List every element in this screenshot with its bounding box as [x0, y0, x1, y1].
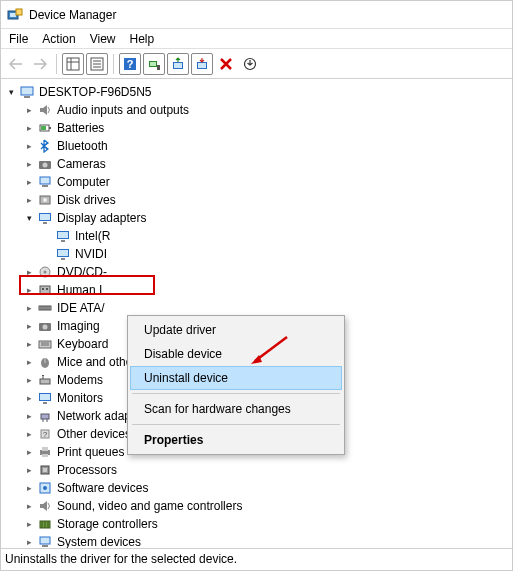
system-icon: [37, 534, 53, 549]
svg-point-41: [44, 271, 47, 274]
update-driver-button[interactable]: [167, 53, 189, 75]
tree-item-software[interactable]: ▸Software devices: [23, 479, 512, 497]
tree-root-node[interactable]: ▾ DESKTOP-F96D5N5: [5, 83, 512, 101]
svg-rect-35: [58, 232, 68, 238]
chevron-right-icon[interactable]: ▸: [23, 464, 35, 476]
chevron-right-icon[interactable]: ▸: [23, 158, 35, 170]
menu-view[interactable]: View: [86, 30, 126, 48]
uninstall-device-button[interactable]: [215, 53, 237, 75]
menu-action[interactable]: Action: [38, 30, 85, 48]
chevron-right-icon[interactable]: ▸: [23, 374, 35, 386]
svg-rect-39: [61, 258, 65, 260]
svg-rect-24: [41, 126, 46, 130]
chevron-right-icon[interactable]: ▸: [23, 266, 35, 278]
context-menu: Update driver Disable device Uninstall d…: [127, 315, 345, 455]
ide-icon: [37, 300, 53, 316]
menu-file[interactable]: File: [5, 30, 38, 48]
chevron-right-icon[interactable]: ▸: [23, 356, 35, 368]
svg-rect-18: [198, 63, 206, 68]
back-button[interactable]: [5, 53, 27, 75]
monitor-icon: [37, 390, 53, 406]
svg-point-26: [43, 163, 48, 168]
chevron-right-icon[interactable]: ▸: [23, 428, 35, 440]
tree-item-disk-drives[interactable]: ▸Disk drives: [23, 191, 512, 209]
tree-item-storage[interactable]: ▸Storage controllers: [23, 515, 512, 533]
svg-rect-69: [42, 454, 48, 457]
svg-rect-13: [150, 62, 156, 66]
enable-device-button[interactable]: [239, 53, 261, 75]
show-hide-tree-button[interactable]: [62, 53, 84, 75]
svg-rect-58: [40, 379, 50, 384]
tree-item-processors[interactable]: ▸Processors: [23, 461, 512, 479]
printer-icon: [37, 444, 53, 460]
tree-item-display-adapters[interactable]: ▾Display adapters: [23, 209, 512, 227]
forward-button[interactable]: [29, 53, 51, 75]
tree-item-sound[interactable]: ▸Sound, video and game controllers: [23, 497, 512, 515]
svg-rect-79: [42, 545, 48, 547]
tree-item-hid[interactable]: ▸Human I: [23, 281, 512, 299]
window-title: Device Manager: [29, 8, 116, 22]
tree-root-label: DESKTOP-F96D5N5: [39, 85, 151, 99]
tree-item-batteries[interactable]: ▸Batteries: [23, 119, 512, 137]
svg-text:?: ?: [127, 58, 134, 70]
chevron-right-icon[interactable]: ▸: [23, 302, 35, 314]
chevron-right-icon[interactable]: ▸: [23, 140, 35, 152]
mouse-icon: [37, 354, 53, 370]
tree-item-bluetooth[interactable]: ▸Bluetooth: [23, 137, 512, 155]
chevron-right-icon[interactable]: ▸: [23, 482, 35, 494]
chevron-right-icon[interactable]: ▸: [23, 320, 35, 332]
chevron-right-icon[interactable]: ▸: [23, 446, 35, 458]
ctx-scan-hardware[interactable]: Scan for hardware changes: [130, 397, 342, 421]
chevron-right-icon[interactable]: ▸: [23, 338, 35, 350]
svg-rect-32: [40, 214, 50, 220]
chevron-right-icon[interactable]: ▸: [23, 194, 35, 206]
tree-item-system[interactable]: ▸System devices: [23, 533, 512, 549]
ctx-uninstall-device[interactable]: Uninstall device: [130, 366, 342, 390]
chevron-right-icon[interactable]: ▸: [23, 500, 35, 512]
disable-device-button[interactable]: [191, 53, 213, 75]
chevron-right-icon[interactable]: ▸: [23, 392, 35, 404]
ctx-properties[interactable]: Properties: [130, 428, 342, 452]
svg-point-52: [43, 325, 48, 330]
ctx-update-driver[interactable]: Update driver: [130, 318, 342, 342]
svg-rect-21: [24, 96, 30, 98]
chevron-right-icon[interactable]: ▸: [23, 536, 35, 548]
speaker-icon: [37, 102, 53, 118]
status-text: Uninstalls the driver for the selected d…: [5, 552, 237, 566]
chevron-right-icon[interactable]: ▸: [23, 284, 35, 296]
chevron-right-icon[interactable]: ▸: [23, 176, 35, 188]
toolbar-sep: [113, 54, 114, 74]
svg-rect-3: [67, 58, 79, 70]
tree-item-audio[interactable]: ▸Audio inputs and outputs: [23, 101, 512, 119]
chevron-right-icon[interactable]: ▸: [23, 410, 35, 422]
speaker-icon: [37, 498, 53, 514]
tree-item-computer[interactable]: ▸Computer: [23, 173, 512, 191]
hid-icon: [37, 282, 53, 298]
chevron-right-icon[interactable]: ▸: [23, 122, 35, 134]
svg-rect-43: [42, 288, 44, 290]
ctx-disable-device[interactable]: Disable device: [130, 342, 342, 366]
tree-item-cameras[interactable]: ▸Cameras: [23, 155, 512, 173]
camera-icon: [37, 318, 53, 334]
svg-rect-16: [174, 63, 182, 68]
chevron-down-icon[interactable]: ▾: [5, 86, 17, 98]
tree-item-intel-gpu[interactable]: ▸Intel(R: [41, 227, 512, 245]
tree-item-nvidia-gpu[interactable]: ▸NVIDI: [41, 245, 512, 263]
disc-icon: [37, 264, 53, 280]
modem-icon: [37, 372, 53, 388]
svg-point-30: [43, 198, 47, 202]
scan-hardware-button[interactable]: [143, 53, 165, 75]
properties-button[interactable]: [86, 53, 108, 75]
svg-rect-1: [10, 13, 16, 17]
chevron-right-icon[interactable]: ▸: [23, 104, 35, 116]
storage-icon: [37, 516, 53, 532]
svg-rect-2: [16, 9, 22, 15]
chevron-right-icon[interactable]: ▸: [23, 518, 35, 530]
cpu-icon: [37, 462, 53, 478]
menu-help[interactable]: Help: [126, 30, 165, 48]
chevron-down-icon[interactable]: ▾: [23, 212, 35, 224]
tree-item-dvd[interactable]: ▸DVD/CD-: [23, 263, 512, 281]
monitor-icon: [37, 210, 53, 226]
monitor-icon: [55, 228, 71, 244]
help-button[interactable]: ?: [119, 53, 141, 75]
